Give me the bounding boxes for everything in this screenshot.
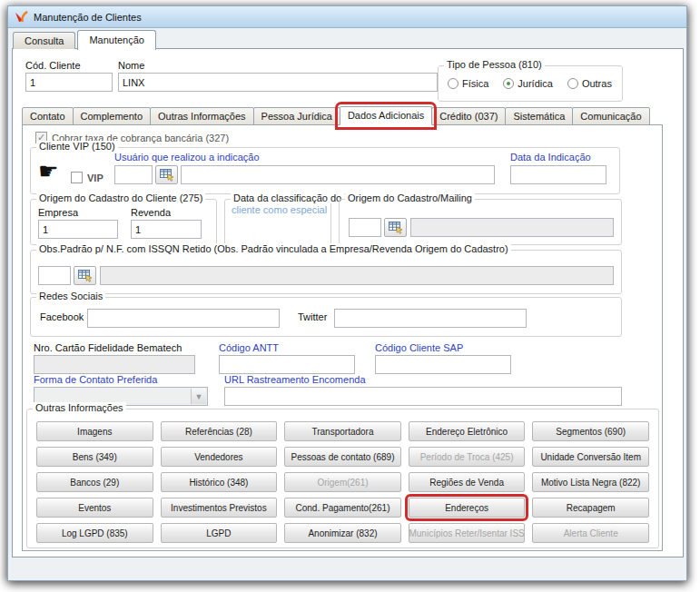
codigo-antt-label: Código ANTT — [219, 342, 279, 353]
button-segmentos-690[interactable]: Segmentos (690) — [532, 421, 649, 441]
group-origem-cadastro-cliente: Origem do Cadastro do Cliente (275) Empr… — [30, 199, 217, 245]
tab-consulta[interactable]: Consulta — [13, 32, 75, 49]
button-log-lgpd-835[interactable]: Log LGPD (835) — [36, 523, 153, 543]
codigo-antt-input[interactable] — [219, 355, 355, 374]
button-eventos[interactable]: Eventos — [36, 498, 153, 518]
group-data-classificacao: Data da classificação do cliente como es… — [224, 199, 331, 245]
button-pessoas-de-contato-689[interactable]: Pessoas de contato (689) — [284, 447, 401, 467]
tab-pessoa-juridica[interactable]: Pessoa Jurídica — [253, 107, 340, 125]
group-title: Origem do Cadastro/Mailing — [345, 192, 475, 203]
radio-label: Física — [462, 78, 488, 89]
tab-sistematica[interactable]: Sistemática — [505, 107, 573, 125]
empresa-label: Empresa — [38, 207, 78, 218]
window: Manutenção de Clientes Consulta Manutenç… — [7, 5, 687, 581]
group-title: Cliente VIP (150) — [36, 141, 118, 152]
button-referencias-28[interactable]: Referências (28) — [161, 421, 278, 441]
radio-fisica[interactable]: Física — [448, 78, 488, 89]
radio-circle-icon — [503, 78, 514, 89]
mailing-lookup-button[interactable] — [384, 218, 407, 237]
nome-input[interactable] — [118, 73, 438, 92]
radio-juridica[interactable]: Jurídica — [503, 78, 553, 89]
revenda-label: Revenda — [131, 207, 171, 218]
cod-cliente-label: Cód. Cliente — [25, 60, 81, 71]
button-bens-349[interactable]: Bens (349) — [36, 447, 153, 467]
radio-circle-icon — [567, 78, 578, 89]
usuario-nome-input[interactable] — [181, 165, 495, 184]
button-vendedores[interactable]: Vendedores — [161, 447, 278, 467]
title-bar: Manutenção de Clientes — [8, 6, 686, 28]
codigo-sap-input[interactable] — [375, 355, 511, 374]
codigo-sap-label: Código Cliente SAP — [375, 342, 463, 353]
tab-outras-informacoes[interactable]: Outras Informações — [150, 107, 254, 125]
tab-credito-037[interactable]: Crédito (037) — [431, 107, 506, 125]
nome-label: Nome — [118, 60, 144, 71]
radio-label: Jurídica — [518, 78, 553, 89]
pointing-hand-icon: ☛ — [38, 160, 58, 183]
checkbox-box — [71, 172, 83, 183]
button-investimentos-previstos[interactable]: Investimentos Previstos — [161, 498, 278, 518]
manutencao-page: Cód. Cliente Nome Tipo de Pessoa (810) F… — [12, 48, 684, 557]
fidelidade-input — [34, 355, 195, 374]
empresa-input[interactable] — [38, 220, 118, 239]
vip-checkbox[interactable]: VIP — [71, 172, 104, 183]
radio-label: Outras — [582, 78, 612, 89]
app-icon — [15, 10, 28, 24]
group-title: Tipo de Pessoa (810) — [444, 59, 545, 70]
tab-complemento[interactable]: Complemento — [73, 107, 151, 125]
mailing-descricao-input — [410, 218, 614, 237]
vip-label: VIP — [87, 173, 104, 183]
button-enderecos[interactable]: Endereços — [409, 498, 526, 518]
button-recapagem[interactable]: Recapagem — [532, 498, 649, 518]
button-alerta-cliente: Alerta Cliente — [532, 523, 649, 543]
window-title: Manutenção de Clientes — [34, 12, 142, 23]
button-municipios-reter-isentar-iss: Municípios Reter/Isentar ISS — [409, 523, 526, 543]
button-lgpd[interactable]: LGPD — [161, 523, 278, 543]
facebook-input[interactable] — [87, 309, 280, 328]
group-title: Origem do Cadastro do Cliente (275) — [36, 192, 205, 203]
tab-manutencao[interactable]: Manutenção — [77, 30, 156, 50]
group-origem-mailing: Origem do Cadastro/Mailing — [339, 199, 622, 245]
button-bancos-29[interactable]: Bancos (29) — [36, 472, 153, 492]
lookup-icon — [389, 222, 403, 234]
group-tipo-pessoa: Tipo de Pessoa (810) FísicaJurídicaOutra… — [438, 65, 623, 102]
obs-descricao-input — [100, 266, 614, 285]
tab-comunicacao[interactable]: Comunicação — [572, 107, 649, 125]
button-endereco-eletronico[interactable]: Endereço Eletrônico — [409, 421, 526, 441]
facebook-label: Facebook — [40, 311, 84, 322]
cod-cliente-input[interactable] — [25, 73, 113, 92]
lookup-icon — [78, 270, 93, 282]
url-rastreamento-input[interactable] — [224, 387, 622, 406]
button-unidade-conversao-item[interactable]: Unidade Conversão Item — [532, 447, 649, 467]
chevron-down-icon: ▼ — [191, 389, 206, 404]
tab-dados-adicionais[interactable]: Dados Adicionais — [340, 106, 432, 125]
mailing-codigo-input[interactable] — [349, 218, 381, 237]
usuario-indicacao-label: Usuário que realizou a indicação — [114, 152, 260, 163]
usuario-lookup-button[interactable] — [155, 165, 178, 184]
obs-lookup-button[interactable] — [74, 266, 96, 285]
revenda-input[interactable] — [131, 220, 202, 239]
button-historico-348[interactable]: Histórico (348) — [161, 472, 278, 492]
outras-informacoes-grid: ImagensReferências (28)TransportadoraEnd… — [27, 409, 658, 548]
usuario-codigo-input[interactable] — [114, 165, 153, 184]
radio-circle-icon — [448, 78, 458, 89]
data-indicacao-label: Data da Indicação — [510, 152, 591, 163]
twitter-input[interactable] — [334, 309, 527, 328]
classificacao-subtitle: cliente como especial — [232, 204, 327, 215]
lookup-icon — [160, 169, 174, 182]
group-title: Obs.Padrão p/ N.F. com ISSQN Retido (Obs… — [36, 243, 511, 254]
button-motivo-lista-negra-822[interactable]: Motivo Lista Negra (822) — [532, 472, 649, 492]
radio-outras[interactable]: Outras — [567, 78, 612, 89]
url-rastreamento-label: URL Rastreamento Encomenda — [224, 374, 366, 385]
data-indicacao-input[interactable] — [510, 165, 606, 184]
tipo-pessoa-options: FísicaJurídicaOutras — [448, 78, 618, 89]
group-title: Redes Sociais — [36, 291, 105, 301]
button-cond-pagamento-261[interactable]: Cond. Pagamento(261) — [284, 498, 401, 518]
tab-contato[interactable]: Contato — [22, 107, 74, 125]
button-transportadora[interactable]: Transportadora — [284, 421, 401, 441]
main-tab-strip: Consulta Manutenção — [13, 29, 158, 49]
obs-codigo-input[interactable] — [38, 266, 71, 285]
fidelidade-label: Nro. Cartão Fidelidade Bematech — [34, 342, 182, 353]
button-anonimizar-832[interactable]: Anonimizar (832) — [284, 523, 401, 543]
button-regioes-de-venda[interactable]: Regiões de Venda — [409, 472, 526, 492]
button-imagens[interactable]: Imagens — [36, 421, 153, 441]
